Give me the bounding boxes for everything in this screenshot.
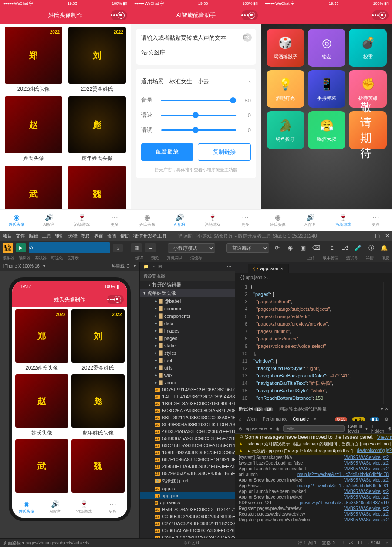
- nav-AI配音[interactable]: 🔊AI配音: [163, 210, 196, 231]
- nav-姓氏头像[interactable]: ◉姓氏头像: [12, 496, 41, 518]
- mode-select[interactable]: 小程序模式: [168, 243, 215, 253]
- file-item[interactable]: JS 85299053A93BC98CE43561165FEC9D83.js: [140, 470, 235, 477]
- file-item[interactable]: JS 6BED6211A93BC98CC0D8A0B16416C9D83.js: [140, 414, 235, 421]
- folder-wux[interactable]: ▸ ▇ wux: [140, 371, 235, 379]
- folder-tool[interactable]: ▸ ▇ tool: [140, 357, 235, 364]
- debugger-button[interactable]: ⌂: [113, 244, 123, 252]
- capsule-menu[interactable]: [372, 10, 389, 20]
- remote-debug-icon[interactable]: ▣: [298, 243, 308, 253]
- menu-转到[interactable]: 转到: [55, 233, 64, 238]
- avatar-card[interactable]: 2022刘2022烫金姓氏: [71, 309, 125, 372]
- voice-text-input[interactable]: 站长图库: [141, 46, 251, 59]
- preview-icon[interactable]: ◉: [285, 243, 295, 253]
- file-item[interactable]: JS 1AEFFE41A93BC98C7C899A4686BFB9D83.js: [140, 393, 235, 400]
- copy-link-button[interactable]: 复制链接: [198, 143, 251, 161]
- file-item[interactable]: JS 687F1096A93BC98C0E197891DEAC9D83.js: [140, 456, 235, 463]
- file-item[interactable]: JS CA8F780AC93BC98CAD787E27213C9D83.js: [140, 534, 235, 538]
- settings-icon[interactable]: ⚙: [385, 417, 389, 421]
- phone-simulator[interactable]: 19:32100% ▮ 姓氏头像制作 2022郑2022姓氏头像2022刘202…: [9, 277, 131, 521]
- folder-components[interactable]: ▸ ▇ components: [140, 312, 235, 319]
- nav-酒场游戏[interactable]: 🍷酒场游戏: [65, 210, 98, 231]
- nav-姓氏头像[interactable]: ◉姓氏头像: [131, 210, 163, 231]
- settings-icon[interactable]: ⚙: [388, 426, 392, 431]
- nav-更多[interactable]: ⋯更多: [359, 210, 392, 231]
- game-tile-鳄鱼拔牙[interactable]: 🐊鳄鱼拔牙: [267, 111, 304, 149]
- menu-选择[interactable]: 选择: [68, 233, 78, 238]
- menu-项目[interactable]: 项目: [3, 233, 12, 238]
- capsule-menu[interactable]: [111, 10, 127, 20]
- avatar-card[interactable]: 彪虎年姓氏头像: [67, 96, 127, 162]
- file-item[interactable]: JS 8F49B803A93BC98CE92FD04705C9D83.js: [140, 421, 235, 428]
- close-tab-icon[interactable]: ×: [280, 266, 283, 271]
- console-tab-debugger[interactable]: 调试器 15 18: [239, 404, 273, 414]
- device-selector[interactable]: iPhone X 100% 16: [3, 264, 40, 268]
- game-tile-酒吧灯光[interactable]: 💡酒吧灯光: [267, 70, 304, 108]
- avatar-card[interactable]: 2022刘2022烫金姓氏: [67, 27, 127, 93]
- tab-console[interactable]: Console: [293, 417, 309, 421]
- avatar-card[interactable]: 2022郑2022姓氏头像: [3, 27, 64, 93]
- file-item[interactable]: JS B59F7C76A93BC98CDF9131417193AC9D83.js: [140, 506, 235, 513]
- file-item[interactable]: 🔗 站长图库.url: [140, 477, 235, 485]
- compile-select[interactable]: 普通编译: [226, 243, 269, 253]
- file-item[interactable]: JS C566BA5A93BC98CA300FE0026DC9D83.js: [140, 527, 235, 534]
- menu-编辑[interactable]: 编辑: [29, 233, 38, 238]
- cloud-button[interactable]: ☁: [145, 243, 156, 252]
- close-icon[interactable]: ✕: [385, 233, 389, 239]
- levels-select[interactable]: Default levels: [348, 424, 362, 434]
- tree-open-editors[interactable]: ▸ 打开的编辑器: [140, 281, 235, 289]
- file-item[interactable]: JS C277DAC5A93BC98CA411B2C2A2C29D83.js: [140, 520, 235, 527]
- file-item[interactable]: { } app.json: [140, 492, 235, 499]
- code-editor[interactable]: 12345678910111213141516 { "pages": [ "pa…: [235, 282, 392, 404]
- play-voice-button[interactable]: 配音播放: [141, 143, 193, 161]
- folder-static[interactable]: ▸ ▇ static: [140, 342, 235, 349]
- game-tile-轮盘[interactable]: ◎轮盘: [308, 29, 346, 67]
- page-path[interactable]: 页面路径 ▾ pages/zhuangx/subjects/subjects: [3, 540, 89, 546]
- console-tab[interactable]: 输出: [289, 405, 298, 413]
- test-icon[interactable]: 🧪: [353, 243, 363, 253]
- details-icon[interactable]: ⓘ: [366, 243, 376, 253]
- menu-帮助[interactable]: 帮助: [120, 233, 130, 238]
- tone-slider[interactable]: [161, 129, 236, 131]
- file-item[interactable]: JS C036F3D2A93BC98CA6509BD5FD0D9D83.js: [140, 513, 235, 520]
- message-icon[interactable]: 🔔: [379, 243, 389, 253]
- tab-wxml[interactable]: Wxml: [247, 417, 257, 421]
- volume-slider[interactable]: [161, 100, 236, 101]
- file-item[interactable]: JS 2895BF13A93BC98C4EBF3EE23B6C0D83.js: [140, 463, 235, 470]
- breadcrumb[interactable]: { } app.json > ...: [235, 273, 392, 282]
- file-item[interactable]: JS app.js: [140, 485, 235, 492]
- scene-selector[interactable]: 通用场景—标准女生—小云›: [141, 74, 251, 89]
- maximize-icon[interactable]: ▢: [375, 233, 380, 239]
- file-item[interactable]: # app.wxss: [140, 499, 235, 506]
- compile-icon[interactable]: ⟳: [272, 243, 282, 253]
- folder-pages[interactable]: ▸ ▇ pages: [140, 334, 235, 342]
- file-item[interactable]: JS 46D374A0A93BC98C20B51EE1D9C9D83.js: [140, 428, 235, 435]
- tab-performance[interactable]: Performance: [263, 417, 287, 421]
- folder-utils[interactable]: ▸ ▇ utils: [140, 364, 235, 371]
- tree-root[interactable]: ▾ 虎年姓氏头像: [140, 289, 235, 297]
- editor-tab[interactable]: { }app.json×: [248, 264, 289, 273]
- simulator-button[interactable]: ▶: [16, 243, 26, 252]
- problems-count[interactable]: ⊘ 0 △ 0: [183, 540, 199, 545]
- avatar-card[interactable]: 武: [15, 439, 68, 493]
- folder-images[interactable]: ▸ ▇ images: [140, 327, 235, 334]
- nav-更多[interactable]: ⋯更多: [229, 210, 261, 231]
- file-item[interactable]: JS 159BB492A93BC98C73FDDC95709C9D83.js: [140, 449, 235, 456]
- clear-icon[interactable]: ⊘: [239, 426, 242, 431]
- speed-slider[interactable]: [161, 115, 236, 116]
- folder-data[interactable]: ▸ ▇ data: [140, 319, 235, 327]
- menu-微信开发者工具[interactable]: 微信开发者工具: [133, 233, 167, 238]
- avatar-card[interactable]: 赵姓氏头像: [15, 374, 68, 437]
- editor-button[interactable]: ‹/›: [29, 242, 110, 253]
- nav-酒场游戏[interactable]: 🍷酒场游戏: [70, 496, 98, 518]
- avatar-card[interactable]: 赵姓氏头像: [3, 96, 64, 162]
- folder-zanui[interactable]: ▸ ▇ zanui: [140, 379, 235, 386]
- avatar-card[interactable]: 彪虎年姓氏头像: [71, 374, 125, 437]
- nav-更多[interactable]: ⋯更多: [98, 210, 131, 231]
- menu-工具[interactable]: 工具: [42, 233, 51, 238]
- file-item[interactable]: JS 5C3D26A7A93BC98C3A5B4EA089EB9D83.js: [140, 407, 235, 414]
- game-tile-喝酒摇骰子[interactable]: 🎲喝酒摇骰子: [267, 29, 304, 67]
- game-tile-手持弹幕[interactable]: 📱手持弹幕: [308, 70, 346, 108]
- nav-AI配音[interactable]: 🔊AI配音: [41, 496, 70, 518]
- minimize-icon[interactable]: —: [365, 233, 370, 239]
- game-tile-挖雷[interactable]: 💣挖雷: [349, 29, 387, 67]
